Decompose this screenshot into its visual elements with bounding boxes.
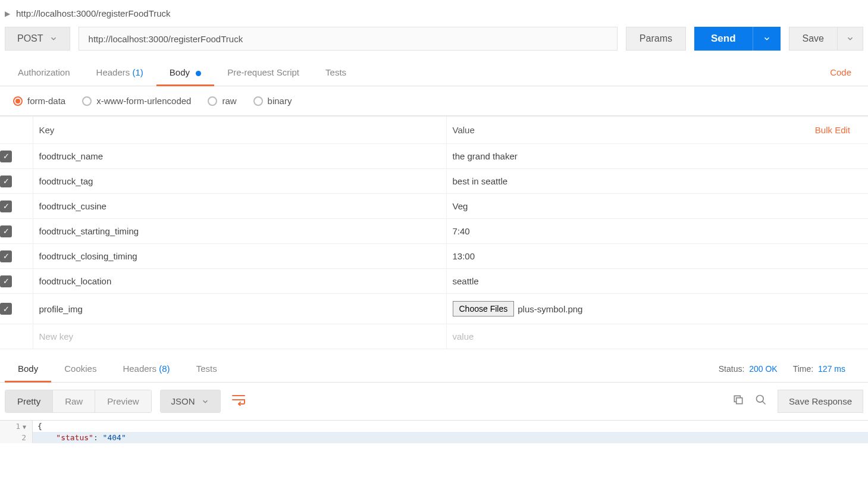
- code-line-1: {: [33, 421, 868, 432]
- response-format-value: JSON: [171, 396, 195, 406]
- save-dropdown[interactable]: [838, 27, 863, 51]
- breadcrumb-url: http://localhost:3000/registerFoodTruck: [16, 8, 171, 18]
- send-dropdown[interactable]: [753, 27, 781, 51]
- response-body-editor[interactable]: 1▼ { 2 "status": "404": [0, 420, 868, 443]
- radio-icon: [253, 96, 263, 106]
- value-header-label: Value: [453, 125, 475, 135]
- row-key[interactable]: foodtruck_name: [33, 144, 446, 169]
- tab-body[interactable]: Body: [156, 59, 214, 86]
- new-key-input[interactable]: New key: [33, 324, 446, 349]
- table-row[interactable]: ✓foodtruck_locationseattle: [0, 269, 868, 294]
- request-tabs: Authorization Headers (1) Body Pre-reque…: [0, 59, 868, 86]
- row-checkbox[interactable]: ✓: [0, 275, 12, 287]
- table-row-new[interactable]: New key value: [0, 324, 868, 349]
- tab-authorization[interactable]: Authorization: [5, 59, 83, 86]
- svg-point-3: [757, 396, 764, 403]
- row-checkbox[interactable]: ✓: [0, 250, 12, 262]
- new-value-input[interactable]: value: [446, 324, 868, 349]
- send-button-group: Send: [694, 27, 781, 51]
- table-row[interactable]: ✓foodtruck_starting_timing7:40: [0, 219, 868, 244]
- view-mode-toggle: Pretty Raw Preview: [5, 390, 152, 413]
- gutter-line-1: 1▼: [0, 421, 33, 432]
- table-check-header: [0, 117, 33, 144]
- chevron-down-icon: [763, 35, 771, 43]
- chosen-filename: plus-symbol.png: [518, 304, 582, 314]
- radio-binary-label: binary: [268, 96, 292, 106]
- tab-prerequest[interactable]: Pre-request Script: [214, 59, 312, 86]
- url-input[interactable]: [79, 27, 618, 51]
- row-key[interactable]: foodtruck_starting_timing: [33, 219, 446, 244]
- breadcrumb-arrow-icon: ▶: [5, 10, 10, 18]
- view-pretty-button[interactable]: Pretty: [5, 390, 53, 412]
- save-button-group: Save: [789, 27, 863, 51]
- row-checkbox[interactable]: ✓: [0, 200, 12, 212]
- row-value[interactable]: best in seattle: [446, 169, 868, 194]
- row-value[interactable]: Veg: [446, 194, 868, 219]
- table-value-header: Value Bulk Edit: [446, 117, 868, 144]
- body-type-radios: form-data x-www-form-urlencoded raw bina…: [0, 86, 868, 116]
- radio-raw[interactable]: raw: [208, 96, 236, 106]
- response-status-area: Status: 200 OK Time: 127 ms: [719, 364, 863, 374]
- code-link[interactable]: Code: [818, 59, 863, 86]
- radio-urlencoded[interactable]: x-www-form-urlencoded: [82, 96, 191, 106]
- row-value[interactable]: Choose Filesplus-symbol.png: [446, 294, 868, 324]
- radio-binary[interactable]: binary: [253, 96, 292, 106]
- tab-tests[interactable]: Tests: [312, 59, 359, 86]
- row-value[interactable]: the grand thaker: [446, 144, 868, 169]
- row-checkbox[interactable]: ✓: [0, 151, 12, 162]
- table-row[interactable]: ✓foodtruck_namethe grand thaker: [0, 144, 868, 169]
- row-value[interactable]: 13:00: [446, 244, 868, 269]
- row-key[interactable]: foodtruck_closing_timing: [33, 244, 446, 269]
- row-value[interactable]: 7:40: [446, 219, 868, 244]
- table-row[interactable]: ✓foodtruck_tagbest in seattle: [0, 169, 868, 194]
- radio-form-data[interactable]: form-data: [13, 96, 65, 106]
- copy-icon[interactable]: [732, 394, 744, 409]
- save-button[interactable]: Save: [789, 27, 838, 51]
- response-tab-cookies[interactable]: Cookies: [51, 355, 109, 382]
- svg-rect-2: [737, 398, 742, 404]
- form-data-table: Key Value Bulk Edit ✓foodtruck_namethe g…: [0, 116, 868, 349]
- radio-raw-label: raw: [222, 96, 236, 106]
- row-checkbox[interactable]: ✓: [0, 225, 12, 237]
- time-value: 127 ms: [818, 364, 845, 374]
- gutter-line-2: 2: [0, 432, 33, 443]
- radio-form-data-label: form-data: [27, 96, 65, 106]
- tab-body-label: Body: [170, 67, 190, 77]
- radio-icon: [208, 96, 217, 106]
- response-tab-tests[interactable]: Tests: [183, 355, 230, 382]
- row-key[interactable]: foodtruck_location: [33, 269, 446, 294]
- row-key[interactable]: profile_img: [33, 294, 446, 324]
- params-button[interactable]: Params: [626, 27, 686, 51]
- request-bar: POST Params Send Save: [0, 27, 868, 59]
- chevron-down-icon: [201, 397, 209, 406]
- row-key[interactable]: foodtruck_cusine: [33, 194, 446, 219]
- row-value[interactable]: seattle: [446, 269, 868, 294]
- chevron-down-icon: [49, 35, 58, 43]
- response-format-select[interactable]: JSON: [160, 390, 221, 413]
- row-checkbox[interactable]: ✓: [0, 303, 12, 315]
- http-method-select[interactable]: POST: [5, 27, 70, 51]
- row-checkbox[interactable]: ✓: [0, 176, 12, 187]
- response-tab-headers[interactable]: Headers (8): [109, 355, 183, 382]
- bulk-edit-link[interactable]: Bulk Edit: [815, 125, 850, 135]
- response-tab-body[interactable]: Body: [5, 355, 51, 382]
- send-button[interactable]: Send: [694, 27, 753, 51]
- tab-headers[interactable]: Headers (1): [83, 59, 156, 86]
- status-label: Status:: [719, 364, 745, 374]
- wrap-lines-icon[interactable]: [229, 391, 248, 412]
- view-preview-button[interactable]: Preview: [95, 390, 151, 412]
- search-icon[interactable]: [755, 394, 767, 409]
- http-method-value: POST: [17, 33, 43, 44]
- save-response-button[interactable]: Save Response: [778, 390, 863, 413]
- table-row[interactable]: ✓foodtruck_closing_timing13:00: [0, 244, 868, 269]
- tab-headers-label: Headers: [96, 67, 130, 77]
- row-key[interactable]: foodtruck_tag: [33, 169, 446, 194]
- response-tab-headers-label: Headers: [123, 363, 156, 374]
- table-row[interactable]: ✓foodtruck_cusineVeg: [0, 194, 868, 219]
- status-block: Status: 200 OK: [719, 364, 778, 374]
- tab-headers-count: (1): [132, 67, 143, 77]
- choose-files-button[interactable]: Choose Files: [453, 301, 515, 316]
- view-raw-button[interactable]: Raw: [53, 390, 95, 412]
- radio-urlencoded-label: x-www-form-urlencoded: [96, 96, 191, 106]
- table-row[interactable]: ✓profile_imgChoose Filesplus-symbol.png: [0, 294, 868, 324]
